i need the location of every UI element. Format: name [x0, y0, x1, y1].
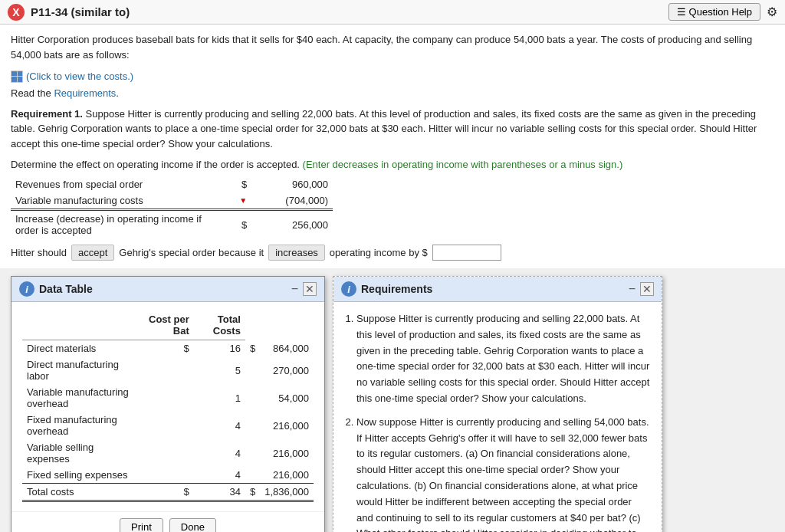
cost-row-symbol2 — [245, 384, 260, 412]
cost-row-symbol2 — [245, 439, 260, 467]
problem-text: Hitter Corporation produces baseball bat… — [11, 32, 774, 62]
data-table-print-button[interactable]: Print — [120, 518, 163, 532]
cost-row-total: 1,836,000 — [260, 484, 314, 501]
cost-row-value: 5 — [194, 356, 245, 384]
revenue-amount: 960,000 — [251, 176, 333, 192]
requirements-close-button[interactable]: ✕ — [640, 282, 654, 296]
cost-row-label: Fixed selling expenses — [22, 467, 142, 484]
requirements-list: Suppose Hitter is currently producing an… — [344, 311, 651, 532]
cost-row-symbol2 — [245, 412, 260, 439]
cost-row-symbol — [142, 412, 194, 439]
cost-row-symbol: $ — [142, 484, 194, 501]
cost-table-row: Variable selling expenses4216,000 — [22, 439, 314, 467]
cost-row-total: 216,000 — [260, 439, 314, 467]
cost-table-row: Fixed manufacturing overhead4216,000 — [22, 412, 314, 439]
data-table-title: Data Table — [39, 283, 93, 295]
cost-row-label: Total costs — [22, 484, 142, 501]
cost-row-symbol — [142, 439, 194, 467]
cost-row-value: 34 — [194, 484, 245, 501]
question-help-button[interactable]: ☰ Question Help — [668, 3, 760, 21]
hitter-should-label: Hitter should — [11, 247, 67, 258]
requirement-item-2: Now suppose Hitter is currently producin… — [356, 415, 651, 532]
data-table-header-left: i Data Table — [19, 281, 93, 297]
requirements-controls: − ✕ — [629, 282, 654, 296]
revenue-row: Revenues from special order $ 960,000 — [11, 176, 333, 192]
cost-row-label: Direct materials — [22, 340, 142, 357]
info-icon: i — [19, 281, 34, 297]
col-cost-per-bat: Cost per Bat — [142, 311, 194, 340]
cost-row-symbol2 — [245, 467, 260, 484]
requirements-modal-header: i Requirements − ✕ — [333, 277, 662, 302]
increase-amount: 256,000 — [251, 210, 333, 239]
data-table-modal-header: i Data Table − ✕ — [11, 277, 324, 302]
increase-row: Increase (decrease) in operating income … — [11, 210, 333, 239]
variable-amount: (704,000) — [251, 192, 333, 210]
cost-row-value: 4 — [194, 439, 245, 467]
main-content: Hitter Corporation produces baseball bat… — [0, 25, 785, 268]
operating-label: operating income by $ — [330, 247, 428, 258]
page-title: P11-34 (similar to) — [31, 5, 130, 18]
data-table-done-button[interactable]: Done — [169, 518, 216, 532]
logo-icon: X — [8, 4, 25, 21]
top-bar-left: X P11-34 (similar to) — [8, 4, 130, 21]
cost-row-symbol — [142, 467, 194, 484]
requirements-minimize-button[interactable]: − — [629, 282, 636, 296]
cost-row-symbol2 — [245, 356, 260, 384]
gear-icon[interactable]: ⚙ — [767, 5, 777, 19]
click-costs-link[interactable]: (Click to view the costs.) — [11, 71, 133, 83]
accept-badge: accept — [71, 245, 114, 261]
requirements-title: Requirements — [361, 283, 432, 295]
operating-income-input[interactable] — [432, 245, 501, 261]
cost-table-row: Fixed selling expenses4216,000 — [22, 467, 314, 484]
increases-badge: increases — [268, 245, 325, 261]
increase-label: Increase (decrease) in operating income … — [11, 210, 225, 239]
data-table-modal: i Data Table − ✕ Cost per Bat Total Cost… — [11, 276, 325, 532]
requirement-1-section: Requirement 1. Suppose Hitter is current… — [11, 107, 774, 152]
cost-row-value: 4 — [194, 412, 245, 439]
revenue-label: Revenues from special order — [11, 176, 225, 192]
cost-row-symbol2: $ — [245, 484, 260, 501]
cost-row-symbol2: $ — [245, 340, 260, 357]
cost-row-symbol — [142, 356, 194, 384]
read-requirements-line: Read the Requirements. — [11, 87, 774, 99]
cost-row-symbol — [142, 384, 194, 412]
requirements-link[interactable]: Requirements — [54, 87, 116, 99]
list-icon: ☰ — [677, 6, 686, 18]
financial-table: Revenues from special order $ 960,000 Va… — [11, 176, 333, 238]
variable-label: Variable manufacturing costs — [11, 192, 225, 210]
col-total-costs: Total Costs — [194, 311, 245, 340]
cost-row-value: 1 — [194, 384, 245, 412]
cost-table-header-row: Cost per Bat Total Costs — [22, 311, 314, 340]
green-hint: (Enter decreases in operating income wit… — [303, 159, 623, 170]
requirement-item-1: Suppose Hitter is currently producing an… — [356, 311, 651, 407]
cost-row-total: 216,000 — [260, 467, 314, 484]
requirements-header-left: i Requirements — [341, 281, 432, 297]
cost-row-label: Fixed manufacturing overhead — [22, 412, 142, 439]
cost-table-row: Variable manufacturing overhead154,000 — [22, 384, 314, 412]
cost-row-label: Variable selling expenses — [22, 439, 142, 467]
grid-icon — [11, 71, 23, 83]
cost-table-row: Total costs$34$1,836,000 — [22, 484, 314, 501]
determine-line: Determine the effect on operating income… — [11, 159, 774, 170]
cost-row-total: 270,000 — [260, 356, 314, 384]
requirements-body: Suppose Hitter is currently producing an… — [333, 302, 662, 532]
revenue-symbol: $ — [225, 176, 251, 192]
answer-row: Hitter should accept Gehrig's special or… — [11, 245, 774, 261]
data-table-minimize-button[interactable]: − — [291, 282, 298, 296]
cost-row-value: 4 — [194, 467, 245, 484]
data-table-close-button[interactable]: ✕ — [303, 282, 317, 296]
top-bar: X P11-34 (similar to) ☰ Question Help ⚙ — [0, 0, 785, 25]
cost-row-total: 864,000 — [260, 340, 314, 357]
data-table-footer: Print Done — [11, 511, 324, 532]
cost-row-label: Direct manufacturing labor — [22, 356, 142, 384]
cost-row-value: 16 — [194, 340, 245, 357]
cost-row-total: 54,000 — [260, 384, 314, 412]
requirement-1-text: Requirement 1. Suppose Hitter is current… — [11, 107, 774, 152]
requirements-modal: i Requirements − ✕ Suppose Hitter is cur… — [333, 276, 662, 532]
modals-container: i Data Table − ✕ Cost per Bat Total Cost… — [0, 268, 785, 532]
increase-symbol: $ — [225, 210, 251, 239]
cost-row-total: 216,000 — [260, 412, 314, 439]
req-info-icon: i — [341, 281, 356, 297]
top-bar-right: ☰ Question Help ⚙ — [668, 3, 777, 21]
col-item — [22, 311, 142, 340]
